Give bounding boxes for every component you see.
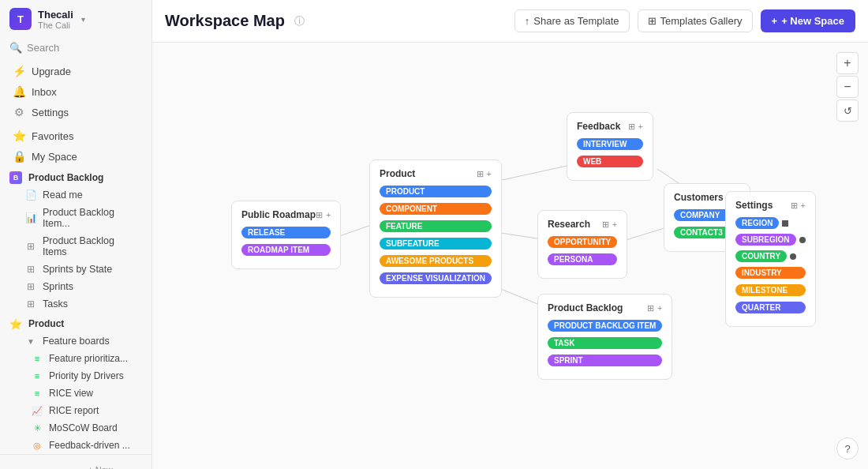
sidebar-item-myspace[interactable]: 🔒 My Space [3, 146, 148, 167]
card-settings-tags: REGION SUBREGION COUNTRY INDUSTRY MILEST… [735, 217, 806, 317]
card-research-settings-icon[interactable]: ⊞ [602, 219, 609, 230]
card-customers-title: Customers [674, 192, 724, 203]
sidebar-grandchild-rice[interactable]: ≡ RICE view [3, 385, 148, 402]
favorites-label: Favorites [32, 130, 73, 142]
card-research: Research ⊞ + OPPORTUNITY PERSONA [537, 210, 627, 279]
card-settings-settings-icon[interactable]: ⊞ [791, 201, 798, 211]
search-icon: 🔍 [9, 42, 22, 54]
tag-opportunity: OPPORTUNITY [548, 236, 617, 248]
pbi-sprints-icon: 📊 [25, 212, 36, 223]
card-feedback-actions: ⊞ + [628, 122, 643, 132]
moscow-label: MoSCoW Board [49, 422, 118, 433]
moscow-icon: ✳ [32, 422, 43, 433]
sidebar-child-sprints-state[interactable]: ⊞ Sprints by State [3, 261, 148, 278]
card-product-title: Product [380, 168, 415, 179]
feature-boards-chevron-icon: ▼ [25, 336, 36, 347]
product-section-label: Product [28, 318, 64, 329]
new-space-plus-icon: + [772, 15, 778, 27]
zoom-out-button[interactable]: − [836, 76, 859, 98]
sidebar-item-inbox[interactable]: 🔔 Inbox [3, 81, 148, 102]
card-feedback-settings-icon[interactable]: ⊞ [628, 122, 635, 132]
share-template-button[interactable]: ↑ Share as Template [514, 9, 630, 32]
sidebar-child-pbi[interactable]: ⊞ Product Backlog Items [3, 232, 148, 261]
sidebar-item-settings[interactable]: ⚙ Settings [3, 102, 148, 122]
pbi-label: Product Backlog Items [43, 235, 139, 257]
feedback-driven-label: Feedback-driven ... [49, 440, 130, 451]
sidebar-child-readme[interactable]: 📄 Read me [3, 186, 148, 204]
sprints-state-icon: ⊞ [25, 264, 36, 275]
sidebar-nav: ⚡ Upgrade 🔔 Inbox ⚙ Settings [0, 58, 152, 126]
card-public-roadmap-add-icon[interactable]: + [326, 210, 331, 219]
sidebar-item-upgrade[interactable]: ⚡ Upgrade [3, 61, 148, 81]
card-product-tags: PRODUCT COMPONENT FEATURE SUBFEATURE AWE… [380, 186, 492, 287]
sidebar-child-pbi-sprints[interactable]: 📊 Product Backlog Item... [3, 204, 148, 232]
section-product[interactable]: ⭐ Product [0, 313, 152, 332]
upgrade-icon: ⚡ [13, 65, 25, 77]
card-product-settings-icon[interactable]: ⊞ [477, 169, 484, 179]
card-research-add-icon[interactable]: + [612, 219, 617, 229]
feature-boards-label: Feature boards [43, 336, 110, 347]
map-canvas: + − ↺ Public Roadmap ⊞ + RELEASE ROADMAP… [152, 43, 868, 469]
card-product-backlog-add-icon[interactable]: + [657, 303, 662, 313]
card-research-header: Research ⊞ + [548, 219, 617, 230]
search-box[interactable]: 🔍 Search [0, 38, 152, 58]
workspace-header[interactable]: T Thecali The Cali ▾ [0, 0, 152, 38]
workspace-logo: T [9, 8, 32, 30]
card-product-backlog-settings-icon[interactable]: ⊞ [647, 303, 654, 313]
tag-interview: INTERVIEW [577, 138, 643, 150]
card-settings-title: Settings [735, 200, 773, 211]
new-space-button[interactable]: + + New Space [761, 9, 855, 32]
tag-release: RELEASE [241, 227, 331, 238]
sidebar-item-templates[interactable]: ⊞ Templates + New Space [3, 461, 148, 469]
sidebar-grandchild-fp[interactable]: ≡ Feature prioritiza... [3, 350, 148, 367]
card-feedback-tags: INTERVIEW WEB [577, 138, 643, 171]
fp-label: Feature prioritiza... [49, 353, 128, 364]
card-product-backlog: Product Backlog ⊞ + PRODUCT BACKLOG ITEM… [537, 294, 672, 380]
zoom-in-button[interactable]: + [836, 52, 859, 74]
rice-icon: ≡ [32, 388, 43, 399]
card-research-actions: ⊞ + [602, 219, 617, 230]
pbi-icon: ⊞ [25, 241, 36, 252]
help-button[interactable]: ? [836, 437, 859, 460]
sidebar-grandchild-feedback-driven[interactable]: ◎ Feedback-driven ... [3, 437, 148, 454]
templates-gallery-button[interactable]: ⊞ Templates Gallery [638, 9, 753, 32]
myspace-icon: 🔒 [13, 150, 25, 163]
sidebar-item-favorites[interactable]: ⭐ Favorites [3, 126, 148, 146]
sidebar-grandchild-moscow[interactable]: ✳ MoSCoW Board [3, 419, 148, 437]
tag-sprint: SPRINT [548, 355, 662, 366]
section-product-backlog[interactable]: B Product Backlog [0, 167, 152, 186]
sidebar-bottom: ⊞ Templates + New Space [0, 454, 152, 469]
sidebar-grandchild-pbd[interactable]: ≡ Priority by Drivers [3, 367, 148, 385]
card-settings-add-icon[interactable]: + [801, 201, 806, 210]
sidebar-child-feature-boards[interactable]: ▼ Feature boards [3, 332, 148, 350]
card-public-roadmap-settings-icon[interactable]: ⊞ [316, 210, 323, 220]
tag-persona: PERSONA [548, 253, 617, 265]
sidebar-child-sprints[interactable]: ⊞ Sprints [3, 278, 148, 295]
zoom-reset-button[interactable]: ↺ [836, 99, 859, 122]
myspace-label: My Space [32, 151, 77, 163]
sidebar-grandchild-rice-report[interactable]: 📈 RICE report [3, 402, 148, 419]
sidebar-child-tasks[interactable]: ⊞ Tasks [3, 295, 148, 313]
favorites-icon: ⭐ [13, 129, 25, 142]
pbi-sprints-label: Product Backlog Item... [43, 207, 139, 229]
card-feedback-add-icon[interactable]: + [638, 122, 643, 131]
card-public-roadmap-tags: RELEASE ROADMAP ITEM [241, 227, 331, 259]
card-feedback-header: Feedback ⊞ + [577, 121, 643, 132]
workspace-info: Thecali The Cali [38, 9, 73, 30]
card-product-backlog-header: Product Backlog ⊞ + [548, 302, 662, 313]
inbox-icon: 🔔 [13, 85, 25, 98]
tag-subfeature: SUBFEATURE [380, 238, 492, 250]
tag-industry: INDUSTRY [735, 267, 806, 279]
region-dot [782, 220, 788, 227]
card-research-title: Research [548, 219, 590, 230]
tag-quarter: QUARTER [735, 302, 806, 313]
new-space-bottom-label[interactable]: + New Space [88, 465, 139, 469]
workspace-caret-icon: ▾ [81, 15, 85, 24]
tag-product: PRODUCT [380, 186, 492, 197]
tag-milestone: MILESTONE [735, 284, 806, 296]
main-content: Workspace Map ⓘ ↑ Share as Template ⊞ Te… [152, 0, 868, 469]
card-product-add-icon[interactable]: + [487, 169, 492, 178]
new-space-label: + New Space [781, 15, 844, 27]
settings-icon: ⚙ [13, 106, 25, 118]
title-help-icon[interactable]: ⓘ [294, 14, 305, 28]
